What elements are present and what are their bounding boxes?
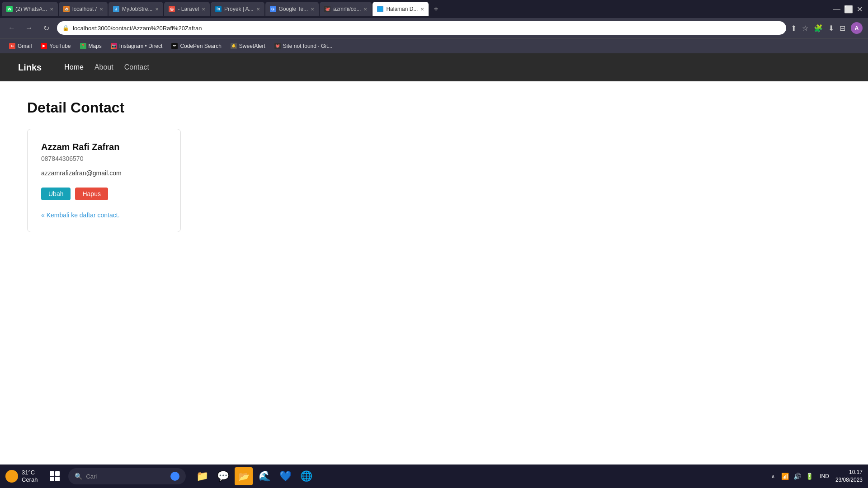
- contact-actions: Ubah Hapus: [41, 188, 167, 200]
- tab-bar-controls: — ⬜ ✕: [833, 5, 866, 14]
- profile-avatar[interactable]: A: [851, 22, 863, 34]
- bookmark-favicon-gmail: G: [9, 43, 15, 49]
- tab-3[interactable]: J MyJobStre... ✕: [108, 2, 163, 16]
- tab-close-3[interactable]: ✕: [155, 7, 159, 12]
- lock-icon: 🔒: [62, 25, 69, 31]
- taskbar-app-chrome[interactable]: 🌐: [297, 467, 315, 485]
- back-link[interactable]: « Kembali ke daftar contact.: [41, 211, 120, 219]
- search-icon: 🔍: [75, 473, 82, 480]
- network-icon: 📶: [781, 473, 789, 480]
- bookmark-label-github: Site not found · Git...: [283, 43, 332, 49]
- bookmark-label-codepen: CodePen Search: [180, 43, 221, 49]
- close-button[interactable]: ✕: [857, 5, 863, 14]
- nav-link-about[interactable]: About: [94, 63, 113, 71]
- tab-favicon-5: in: [215, 6, 222, 12]
- nav-link-contact[interactable]: Contact: [124, 63, 149, 71]
- tab-6[interactable]: G Google Te... ✕: [265, 2, 319, 16]
- tab-label-8: Halaman D...: [386, 6, 418, 12]
- weather-text: 31°C Cerah: [22, 469, 38, 483]
- reload-button[interactable]: ↻: [40, 24, 52, 33]
- volume-icon: 🔊: [793, 473, 801, 480]
- app-navbar: Links Home About Contact: [0, 53, 868, 81]
- tab-close-4[interactable]: ✕: [202, 7, 205, 12]
- edit-button[interactable]: Ubah: [41, 188, 71, 200]
- bookmark-codepen[interactable]: ✏ CodePen Search: [168, 42, 225, 51]
- clock-date: 23/08/2023: [835, 476, 863, 484]
- maximize-button[interactable]: ⬜: [844, 5, 853, 14]
- contact-phone: 087844306570: [41, 155, 167, 162]
- taskbar-expand-icon[interactable]: ∧: [771, 474, 775, 479]
- bookmark-favicon-maps: 📍: [80, 43, 86, 49]
- start-button[interactable]: [45, 466, 65, 486]
- download-icon[interactable]: ⬇: [828, 24, 834, 33]
- share-icon[interactable]: ⬆: [791, 24, 797, 33]
- tab-favicon-3: J: [113, 6, 119, 12]
- nav-link-home[interactable]: Home: [64, 63, 84, 71]
- page-content: Links Home About Contact Detail Contact …: [0, 53, 868, 250]
- tab-favicon-7: 🐙: [324, 6, 330, 12]
- bookmark-favicon-codepen: ✏: [171, 43, 178, 49]
- bookmark-icon[interactable]: ☆: [802, 24, 808, 33]
- bookmark-favicon-youtube: ▶: [41, 43, 47, 49]
- bookmark-sweetalert[interactable]: 🔔 SweetAlert: [227, 42, 269, 51]
- delete-button[interactable]: Hapus: [75, 188, 108, 200]
- bookmark-label-gmail: Gmail: [18, 43, 32, 49]
- navbar-brand: Links: [18, 62, 42, 73]
- tab-bar: W (2) WhatsA... ✕ 🏠 localhost / ✕ J MyJo…: [0, 0, 868, 18]
- tray-icons: 📶 🔊 🔋: [781, 473, 813, 480]
- browser-chrome: W (2) WhatsA... ✕ 🏠 localhost / ✕ J MyJo…: [0, 0, 868, 53]
- contact-name: Azzam Rafi Zafran: [41, 142, 167, 152]
- taskbar-app-files[interactable]: 📁: [193, 467, 211, 485]
- tab-close-5[interactable]: ✕: [256, 7, 260, 12]
- tab-1[interactable]: W (2) WhatsA... ✕: [2, 2, 58, 16]
- bookmark-label-maps: Maps: [89, 43, 102, 49]
- tab-favicon-1: W: [6, 6, 13, 12]
- tab-close-6[interactable]: ✕: [311, 7, 314, 12]
- bookmark-github[interactable]: 🐙 Site not found · Git...: [271, 42, 336, 51]
- search-logo: [170, 472, 179, 481]
- extensions-icon[interactable]: 🧩: [814, 24, 823, 33]
- bookmark-gmail[interactable]: G Gmail: [5, 42, 35, 51]
- navbar-links: Home About Contact: [64, 63, 149, 71]
- contact-email: azzamrafizafran@gmail.com: [41, 169, 167, 177]
- minimize-button[interactable]: —: [833, 5, 840, 13]
- weather-icon: [5, 470, 18, 483]
- tab-close-7[interactable]: ✕: [363, 7, 367, 12]
- bookmark-instagram[interactable]: 📷 Instagram • Direct: [107, 42, 166, 51]
- weather-temp: 31°C: [22, 469, 38, 476]
- tab-label-5: Proyek | A...: [224, 6, 253, 12]
- address-bar: ← → ↻ 🔒 localhost:3000/contact/Azzam%20R…: [0, 18, 868, 38]
- tab-7[interactable]: 🐙 azmrfii/co... ✕: [320, 2, 372, 16]
- bookmark-maps[interactable]: 📍 Maps: [76, 42, 105, 51]
- taskbar-app-chat[interactable]: 💬: [214, 467, 232, 485]
- taskbar-search[interactable]: 🔍 Cari: [68, 468, 186, 484]
- forward-button[interactable]: →: [23, 24, 35, 32]
- tab-label-3: MyJobStre...: [122, 6, 152, 12]
- tab-label-6: Google Te...: [279, 6, 308, 12]
- tab-close-8[interactable]: ✕: [420, 7, 424, 12]
- bookmark-label-youtube: YouTube: [49, 43, 71, 49]
- tab-5[interactable]: in Proyek | A... ✕: [211, 2, 264, 16]
- main-content: Detail Contact Azzam Rafi Zafran 0878443…: [0, 81, 868, 250]
- tab-2[interactable]: 🏠 localhost / ✕: [59, 2, 108, 16]
- back-button[interactable]: ←: [5, 24, 18, 32]
- tab-favicon-4: ◎: [169, 6, 175, 12]
- page-title: Detail Contact: [27, 99, 841, 116]
- tab-close-2[interactable]: ✕: [99, 7, 103, 12]
- taskbar-weather: 31°C Cerah: [5, 469, 38, 483]
- tab-close-1[interactable]: ✕: [50, 7, 53, 12]
- tab-4[interactable]: ◎ - Laravel ✕: [164, 2, 210, 16]
- taskbar-app-explorer[interactable]: 📂: [235, 467, 253, 485]
- split-icon[interactable]: ⊟: [840, 24, 845, 33]
- battery-icon: 🔋: [806, 473, 813, 480]
- new-tab-button[interactable]: +: [429, 3, 442, 15]
- tab-favicon-8: 🌐: [377, 6, 383, 12]
- taskbar-language: IND: [820, 473, 829, 479]
- bookmark-youtube[interactable]: ▶ YouTube: [37, 42, 74, 51]
- bookmark-favicon-github: 🐙: [274, 43, 281, 49]
- tab-8[interactable]: 🌐 Halaman D... ✕: [373, 2, 429, 16]
- bookmark-label-instagram: Instagram • Direct: [119, 43, 163, 49]
- taskbar-app-edge[interactable]: 🌊: [255, 467, 274, 485]
- taskbar-app-vscode[interactable]: 💙: [276, 467, 294, 485]
- address-input-wrap[interactable]: 🔒 localhost:3000/contact/Azzam%20Rafi%20…: [57, 21, 786, 35]
